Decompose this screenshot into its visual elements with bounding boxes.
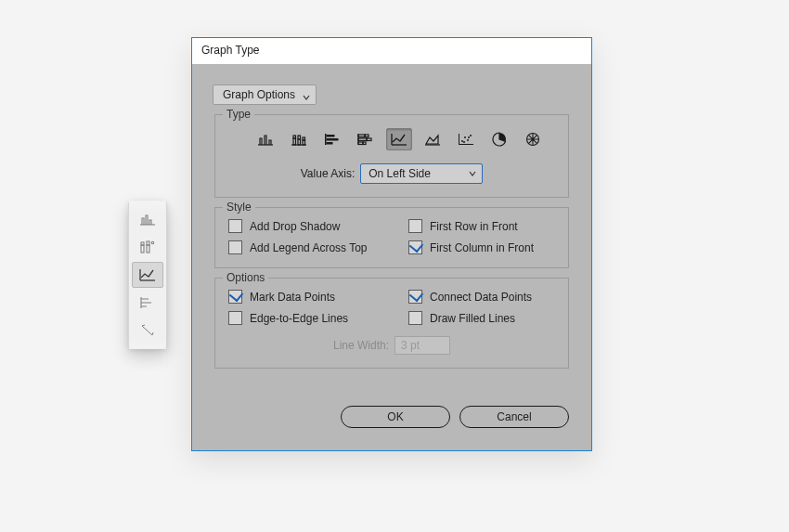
add-legend-across-top-checkbox[interactable]: Add Legend Across Top <box>228 240 405 254</box>
style-section: Style Add Drop Shadow First Row in Front… <box>214 207 569 268</box>
svg-rect-2 <box>147 245 149 253</box>
edge-to-edge-lines-checkbox[interactable]: Edge-to-Edge Lines <box>228 311 405 325</box>
scatter-type-icon[interactable] <box>453 128 479 150</box>
cancel-button[interactable]: Cancel <box>459 406 569 428</box>
graph-type-icons <box>226 123 557 160</box>
pie-type-icon[interactable] <box>486 128 512 150</box>
checkbox-icon <box>408 290 422 304</box>
dialog-body: Graph Options Type <box>192 64 591 450</box>
line-width-input: 3 pt <box>394 336 450 355</box>
checkbox-label: Add Drop Shadow <box>250 220 340 233</box>
value-axis-row: Value Axis: On Left Side <box>226 160 557 184</box>
svg-point-23 <box>461 140 463 142</box>
bar-type-icon[interactable] <box>319 128 345 150</box>
svg-rect-19 <box>358 142 363 145</box>
area-type-icon[interactable] <box>420 128 446 150</box>
checkbox-icon <box>408 311 422 325</box>
svg-rect-14 <box>327 142 333 145</box>
graph-options-label: Graph Options <box>223 88 295 101</box>
svg-rect-10 <box>303 137 305 140</box>
graph-tool-panel <box>128 201 167 349</box>
graph-options-dropdown[interactable]: Graph Options <box>213 84 317 105</box>
checkbox-icon <box>228 290 242 304</box>
line-graph-tool-icon[interactable] <box>132 262 163 288</box>
svg-point-4 <box>151 241 153 243</box>
svg-rect-5 <box>293 138 296 145</box>
dialog-buttons: OK Cancel <box>213 369 571 430</box>
svg-point-24 <box>464 136 466 138</box>
checkbox-label: Connect Data Points <box>430 291 532 304</box>
column-graph-tool-icon[interactable] <box>132 206 163 232</box>
line-width-row: Line Width: 3 pt <box>226 336 557 355</box>
connect-data-points-checkbox[interactable]: Connect Data Points <box>408 290 555 304</box>
radar-type-icon[interactable] <box>520 128 546 150</box>
svg-point-27 <box>463 141 465 143</box>
value-axis-value: On Left Side <box>369 167 431 180</box>
svg-point-26 <box>470 135 472 136</box>
svg-rect-12 <box>327 135 335 137</box>
svg-rect-20 <box>363 142 366 145</box>
checkbox-icon <box>228 219 242 233</box>
draw-filled-lines-checkbox[interactable]: Draw Filled Lines <box>408 311 555 325</box>
value-axis-dropdown[interactable]: On Left Side <box>360 163 483 184</box>
options-section: Options Mark Data Points Connect Data Po… <box>214 278 569 369</box>
checkbox-icon <box>408 240 422 254</box>
area-graph-tool-icon[interactable] <box>132 318 163 344</box>
svg-rect-6 <box>293 136 296 138</box>
svg-rect-18 <box>367 138 371 141</box>
stacked-column-type-icon[interactable] <box>286 128 312 150</box>
type-section: Type <box>214 114 569 198</box>
svg-rect-7 <box>298 139 301 145</box>
checkbox-label: Add Legend Across Top <box>250 241 368 254</box>
bar-graph-tool-icon[interactable] <box>132 290 163 316</box>
line-type-icon[interactable] <box>386 128 412 150</box>
svg-rect-21 <box>459 134 459 145</box>
checkbox-icon <box>228 311 242 325</box>
line-width-label: Line Width: <box>333 339 389 352</box>
dialog-title: Graph Type <box>192 38 591 64</box>
svg-rect-1 <box>141 242 144 245</box>
checkbox-label: Edge-to-Edge Lines <box>250 312 348 325</box>
first-row-in-front-checkbox[interactable]: First Row in Front <box>408 219 555 233</box>
svg-rect-8 <box>298 136 301 139</box>
svg-rect-11 <box>325 134 327 145</box>
column-type-icon[interactable] <box>252 128 278 150</box>
svg-rect-9 <box>303 140 305 145</box>
first-column-in-front-checkbox[interactable]: First Column in Front <box>408 240 555 254</box>
svg-rect-0 <box>141 245 144 253</box>
style-section-title: Style <box>223 201 255 214</box>
chevron-down-icon <box>469 167 476 180</box>
svg-rect-22 <box>459 144 473 145</box>
mark-data-points-checkbox[interactable]: Mark Data Points <box>228 290 405 304</box>
svg-rect-16 <box>365 135 369 137</box>
chevron-down-icon <box>303 91 310 98</box>
svg-rect-17 <box>358 138 367 141</box>
svg-rect-15 <box>358 135 365 137</box>
svg-point-28 <box>468 136 470 138</box>
stacked-bar-type-icon[interactable] <box>353 128 379 150</box>
graph-type-dialog: Graph Type Graph Options Type <box>191 37 592 451</box>
checkbox-label: First Column in Front <box>430 241 534 254</box>
svg-point-25 <box>467 139 469 141</box>
ok-button[interactable]: OK <box>341 406 450 428</box>
add-drop-shadow-checkbox[interactable]: Add Drop Shadow <box>228 219 405 233</box>
checkbox-icon <box>408 219 422 233</box>
value-axis-label: Value Axis: <box>301 167 355 180</box>
checkbox-label: First Row in Front <box>430 220 518 233</box>
type-section-title: Type <box>223 108 254 121</box>
checkbox-icon <box>228 240 242 254</box>
options-section-title: Options <box>223 271 268 284</box>
svg-rect-3 <box>147 241 149 245</box>
checkbox-label: Mark Data Points <box>250 291 335 304</box>
stacked-column-graph-tool-icon[interactable] <box>132 234 163 260</box>
svg-rect-13 <box>327 138 339 141</box>
checkbox-label: Draw Filled Lines <box>430 312 515 325</box>
